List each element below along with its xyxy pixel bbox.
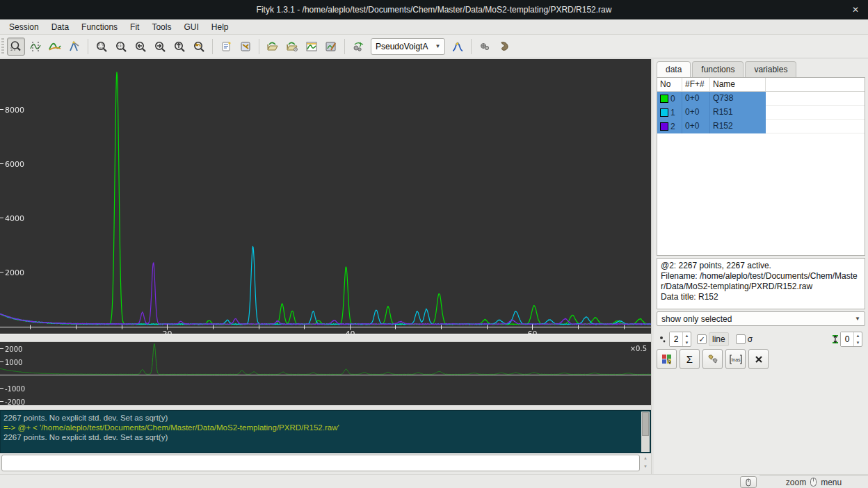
column-header-no[interactable]: No	[657, 78, 682, 91]
toolbar-drag-handle[interactable]	[1, 38, 4, 55]
tab-data[interactable]: data	[657, 61, 691, 77]
dataset-f-count: 0+0	[682, 92, 710, 106]
dataset-table-header: No #F+# Name	[657, 78, 865, 92]
command-history-spinner[interactable]: ▲▼	[641, 455, 650, 471]
menu-session[interactable]: Session	[3, 21, 45, 33]
arrow-down-icon[interactable]: ▼	[641, 463, 650, 471]
menu-hint-label: menu	[821, 478, 842, 487]
menu-fit[interactable]: Fit	[124, 21, 145, 33]
zoom-fit-button[interactable]	[112, 38, 130, 56]
dataset-color-swatch[interactable]	[660, 108, 668, 117]
menu-tools[interactable]: Tools	[145, 21, 177, 33]
data-colors-button[interactable]	[657, 349, 677, 369]
open-recent-button[interactable]	[283, 38, 301, 56]
status-config-button[interactable]	[740, 476, 757, 488]
command-input-row: ▲▼	[0, 455, 651, 473]
console-line: =-> @+ < '/home/aleplo/test/Documents/Ch…	[3, 423, 639, 432]
zoom-back-button[interactable]	[190, 38, 208, 56]
tab-functions[interactable]: functions	[692, 61, 744, 77]
column-header-f[interactable]: #F+#	[682, 78, 710, 91]
zoom-mode-button[interactable]	[7, 38, 25, 56]
sum-button[interactable]: Σ	[680, 349, 700, 369]
arrow-up-icon[interactable]: ▲	[854, 332, 862, 339]
console-line: 2267 points. No explicit std. dev. Set a…	[3, 432, 639, 442]
shift-spinner[interactable]: ▲▼	[840, 332, 862, 347]
table-row[interactable]: 2 0+0 R152	[657, 120, 865, 133]
zoom-vertical-button[interactable]	[170, 38, 188, 56]
delete-dataset-button[interactable]	[748, 349, 769, 369]
plot-splitter[interactable]	[0, 334, 651, 342]
open-data-button[interactable]	[264, 38, 282, 56]
data-transform-icon	[352, 40, 364, 53]
open-recent-icon	[286, 40, 298, 53]
add-peak-icon	[451, 40, 465, 54]
table-row[interactable]: 1 0+0 R151	[657, 106, 865, 120]
toolbar-separator	[344, 39, 345, 54]
show-filter-select[interactable]: show only selected ▼	[657, 311, 865, 326]
fit-undo-button[interactable]	[476, 38, 494, 56]
zoom-all-button[interactable]	[93, 38, 111, 56]
tab-variables[interactable]: variables	[745, 61, 796, 77]
arrow-down-icon[interactable]: ▼	[854, 339, 862, 346]
arrow-down-icon[interactable]: ▼	[683, 339, 691, 346]
arrow-up-icon[interactable]: ▲	[641, 455, 650, 463]
log-button[interactable]	[217, 38, 235, 56]
line-checkbox-label: line	[709, 332, 729, 346]
fityk-window: Fityk 1.3.1 - /home/aleplo/test/Document…	[0, 0, 868, 488]
sidebar: data functions variables No #F+# Name 0 …	[654, 59, 868, 474]
console-line: 2267 points. No explicit std. dev. Set a…	[3, 413, 639, 423]
point-size-value[interactable]	[670, 332, 682, 346]
dataset-f-count: 0+0	[682, 120, 710, 133]
menu-data[interactable]: Data	[45, 21, 75, 33]
color-grid-icon	[661, 353, 673, 366]
toolbar: PseudoVoigtA ▼	[0, 35, 868, 58]
console-scrollbar-thumb[interactable]	[642, 412, 649, 436]
menu-gui[interactable]: GUI	[177, 21, 204, 33]
menu-functions[interactable]: Functions	[75, 21, 124, 33]
chevron-down-icon: ▼	[855, 316, 860, 322]
zoom-left-button[interactable]	[131, 38, 150, 56]
line-checkbox[interactable]	[697, 334, 707, 344]
table-row[interactable]: 0 0+0 Q738	[657, 92, 865, 106]
column-header-name[interactable]: Name	[710, 78, 766, 91]
dataset-color-swatch[interactable]	[660, 122, 668, 131]
data-transform-button[interactable]	[349, 38, 367, 56]
data-editor-button[interactable]	[303, 38, 321, 56]
gui-config-button[interactable]	[236, 38, 255, 56]
zoom-fit-icon	[115, 40, 127, 53]
dataset-number: 1	[670, 108, 675, 117]
point-size-spinner[interactable]: ▲▼	[669, 332, 691, 347]
function-type-select[interactable]: PseudoVoigtA ▼	[371, 38, 445, 55]
open-data-icon	[266, 40, 279, 53]
aux-plot-canvas[interactable]	[0, 342, 651, 405]
menu-help[interactable]: Help	[205, 21, 235, 33]
fit-run-button[interactable]	[495, 38, 513, 56]
close-icon[interactable]: ✕	[850, 4, 861, 15]
data-operations-button[interactable]	[702, 349, 723, 369]
add-peak-mode-button[interactable]	[65, 38, 83, 56]
data-range-mode-button[interactable]	[26, 38, 45, 56]
svg-text:Inas: Inas	[731, 357, 741, 362]
window-title: Fityk 1.3.1 - /home/aleplo/test/Document…	[257, 5, 612, 15]
shift-value[interactable]	[841, 332, 853, 346]
dataset-buttons: Σ Inas	[657, 349, 769, 369]
background-mode-button[interactable]	[46, 38, 64, 56]
sigma-checkbox[interactable]	[736, 334, 746, 344]
info-title: Data title: R152	[661, 292, 861, 302]
dataset-name: Q738	[710, 92, 766, 106]
zoom-right-icon	[154, 40, 166, 53]
menu-bar: Session Data Functions Fit Tools GUI Hel…	[0, 19, 868, 35]
zoom-mode-icon	[10, 40, 22, 53]
add-peak-button[interactable]	[449, 38, 467, 56]
dataset-color-swatch[interactable]	[660, 95, 668, 103]
script-editor-button[interactable]	[322, 38, 340, 56]
data-title-button[interactable]: Inas	[725, 349, 746, 369]
show-filter-value: show only selected	[661, 314, 732, 324]
main-plot-canvas[interactable]	[0, 59, 651, 334]
command-input[interactable]	[1, 455, 640, 471]
console-scrollbar[interactable]	[641, 412, 650, 452]
zoom-right-button[interactable]	[151, 38, 169, 56]
arrow-up-icon[interactable]: ▲	[683, 332, 691, 339]
toolbar-separator	[88, 39, 88, 54]
console-splitter[interactable]	[0, 405, 651, 410]
